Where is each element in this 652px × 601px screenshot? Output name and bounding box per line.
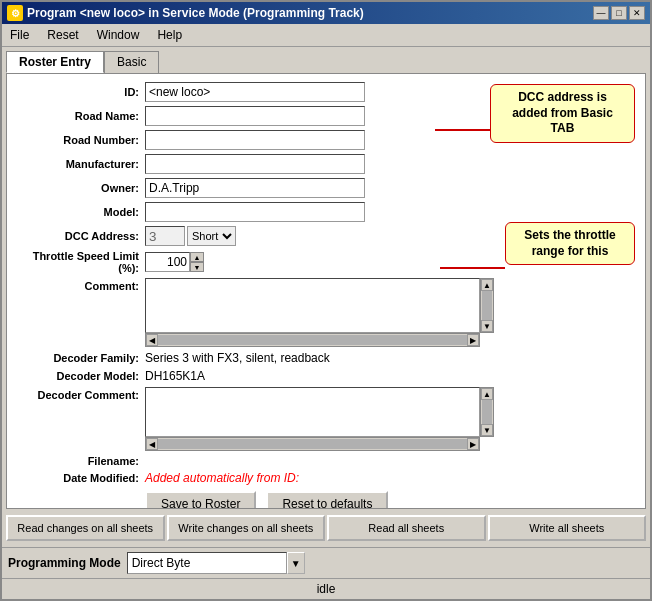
comment-label: Comment:	[15, 280, 145, 292]
decoder-comment-wrapper: ▲ ▼ ◀ ▶	[145, 387, 494, 451]
auto-id-text: Added automatically from ID:	[145, 471, 299, 485]
dcc-address-label: DCC Address:	[15, 230, 145, 242]
scroll-down-arrow[interactable]: ▼	[481, 320, 493, 332]
programming-mode-select-wrapper: ▼	[127, 552, 305, 574]
throttle-group: ▲ ▼	[145, 252, 204, 272]
action-buttons: Save to Roster Reset to defaults	[145, 491, 637, 509]
model-input[interactable]	[145, 202, 365, 222]
throttle-label: Throttle Speed Limit (%):	[15, 250, 145, 274]
programming-mode-label: Programming Mode	[8, 556, 121, 570]
comment-area-wrapper: ▲ ▼ ◀ ▶	[145, 278, 494, 347]
decoder-family-row: Decoder Family: Series 3 with FX3, silen…	[15, 351, 637, 365]
road-name-label: Road Name:	[15, 110, 145, 122]
decoder-scroll-down-arrow[interactable]: ▼	[481, 424, 493, 436]
date-modified-row: Date Modified: Added automatically from …	[15, 471, 637, 485]
decoder-comment-row: Decoder Comment: ▲ ▼ ◀ ▶	[15, 387, 637, 451]
programming-mode-input[interactable]	[127, 552, 287, 574]
programming-mode-dropdown-button[interactable]: ▼	[287, 552, 305, 574]
callout-arrow-1	[435, 129, 490, 131]
decoder-model-value: DH165K1A	[145, 369, 205, 383]
owner-row: Owner:	[15, 178, 637, 198]
write-all-button[interactable]: Write all sheets	[488, 515, 647, 541]
read-changes-button[interactable]: Read changes on all sheets	[6, 515, 165, 541]
title-bar: ⚙ Program <new loco> in Service Mode (Pr…	[2, 2, 650, 24]
comment-row: Comment: ▲ ▼ ◀ ▶	[15, 278, 637, 347]
maximize-button[interactable]: □	[611, 6, 627, 20]
comment-textarea-row: ▲ ▼	[145, 278, 494, 333]
menu-file[interactable]: File	[6, 26, 33, 44]
road-name-input[interactable]	[145, 106, 365, 126]
dcc-address-group: Short Long	[145, 226, 236, 246]
date-modified-label: Date Modified:	[15, 472, 145, 484]
decoder-scroll-track	[482, 400, 492, 424]
filename-label: Filename:	[15, 455, 145, 467]
dcc-address-row: DCC Address: Short Long	[15, 226, 637, 246]
menu-help[interactable]: Help	[153, 26, 186, 44]
decoder-scroll-track-h	[158, 439, 467, 449]
title-bar-buttons: — □ ✕	[593, 6, 645, 20]
window-title: Program <new loco> in Service Mode (Prog…	[27, 6, 364, 20]
manufacturer-row: Manufacturer:	[15, 154, 637, 174]
menu-window[interactable]: Window	[93, 26, 144, 44]
programming-mode-bar: Programming Mode ▼	[2, 547, 650, 578]
id-input[interactable]	[145, 82, 365, 102]
callout-arrow-2	[440, 267, 505, 269]
throttle-row: Throttle Speed Limit (%): ▲ ▼	[15, 250, 637, 274]
app-icon: ⚙	[7, 5, 23, 21]
scroll-left-arrow[interactable]: ◀	[146, 334, 158, 346]
title-bar-left: ⚙ Program <new loco> in Service Mode (Pr…	[7, 5, 364, 21]
decoder-comment-scrollbar-v[interactable]: ▲ ▼	[480, 387, 494, 437]
dcc-number-input[interactable]	[145, 226, 185, 246]
decoder-comment-label: Decoder Comment:	[15, 389, 145, 401]
model-label: Model:	[15, 206, 145, 218]
tab-roster-entry[interactable]: Roster Entry	[6, 51, 104, 73]
decoder-model-label: Decoder Model:	[15, 370, 145, 382]
comment-scrollbar-v[interactable]: ▲ ▼	[480, 278, 494, 333]
minimize-button[interactable]: —	[593, 6, 609, 20]
main-window: ⚙ Program <new loco> in Service Mode (Pr…	[0, 0, 652, 601]
sheet-buttons: Read changes on all sheets Write changes…	[2, 509, 650, 547]
road-name-row: Road Name:	[15, 106, 637, 126]
throttle-input[interactable]	[145, 252, 190, 272]
read-all-button[interactable]: Read all sheets	[327, 515, 486, 541]
decoder-family-value: Series 3 with FX3, silent, readback	[145, 351, 330, 365]
reset-defaults-button[interactable]: Reset to defaults	[266, 491, 388, 509]
decoder-scroll-left[interactable]: ◀	[146, 438, 158, 450]
tab-basic[interactable]: Basic	[104, 51, 159, 73]
status-text: idle	[317, 582, 336, 596]
decoder-model-row: Decoder Model: DH165K1A	[15, 369, 637, 383]
scroll-up-arrow[interactable]: ▲	[481, 279, 493, 291]
main-content: DCC address is added from Basic TAB Sets…	[6, 73, 646, 509]
decoder-scroll-right[interactable]: ▶	[467, 438, 479, 450]
id-label: ID:	[15, 86, 145, 98]
road-number-input[interactable]	[145, 130, 365, 150]
decoder-comment-textarea[interactable]	[145, 387, 480, 437]
model-row: Model:	[15, 202, 637, 222]
scroll-right-arrow[interactable]: ▶	[467, 334, 479, 346]
throttle-up-button[interactable]: ▲	[190, 252, 204, 262]
decoder-comment-textarea-row: ▲ ▼	[145, 387, 494, 437]
filename-row: Filename:	[15, 455, 637, 467]
tab-bar: Roster Entry Basic	[2, 47, 650, 73]
save-roster-button[interactable]: Save to Roster	[145, 491, 256, 509]
scroll-track	[482, 291, 492, 320]
menu-reset[interactable]: Reset	[43, 26, 82, 44]
throttle-down-button[interactable]: ▼	[190, 262, 204, 272]
throttle-spinner[interactable]: ▲ ▼	[190, 252, 204, 272]
manufacturer-input[interactable]	[145, 154, 365, 174]
owner-input[interactable]	[145, 178, 365, 198]
dcc-type-select[interactable]: Short Long	[187, 226, 236, 246]
decoder-scroll-up-arrow[interactable]: ▲	[481, 388, 493, 400]
road-number-label: Road Number:	[15, 134, 145, 146]
owner-label: Owner:	[15, 182, 145, 194]
decoder-family-label: Decoder Family:	[15, 352, 145, 364]
id-row: ID:	[15, 82, 637, 102]
scroll-track-h	[158, 335, 467, 345]
close-button[interactable]: ✕	[629, 6, 645, 20]
status-bar: idle	[2, 578, 650, 599]
comment-textarea[interactable]	[145, 278, 480, 333]
manufacturer-label: Manufacturer:	[15, 158, 145, 170]
decoder-comment-scrollbar-h[interactable]: ◀ ▶	[145, 437, 480, 451]
write-changes-button[interactable]: Write changes on all sheets	[167, 515, 326, 541]
comment-scrollbar-h[interactable]: ◀ ▶	[145, 333, 480, 347]
